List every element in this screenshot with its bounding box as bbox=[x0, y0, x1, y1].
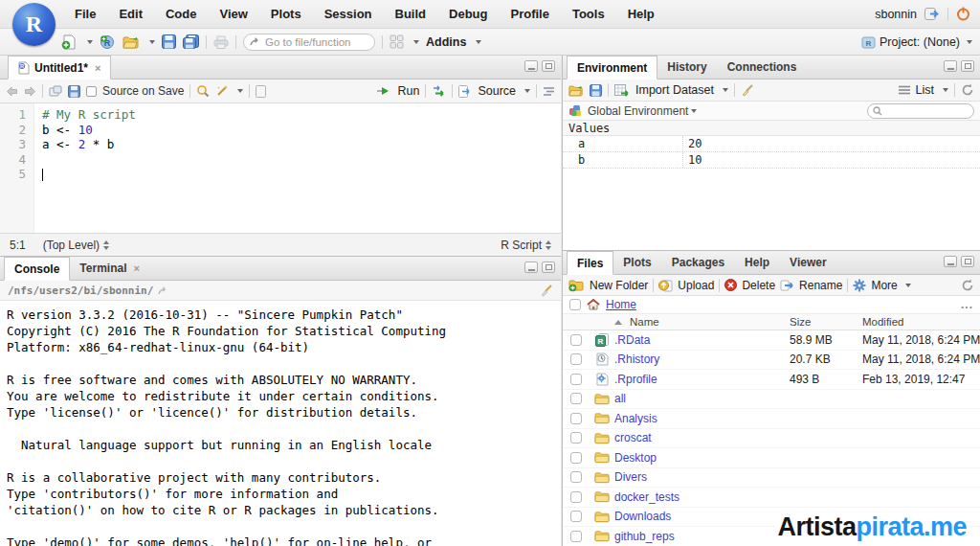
path-ellipsis-button[interactable]: ... bbox=[961, 298, 973, 311]
clear-console-icon[interactable] bbox=[540, 284, 553, 297]
refresh-icon[interactable] bbox=[961, 279, 974, 292]
menu-item-file[interactable]: File bbox=[63, 7, 107, 21]
project-selector[interactable]: R Project: (None) bbox=[861, 35, 980, 49]
menu-item-edit[interactable]: Edit bbox=[107, 7, 154, 21]
save-icon[interactable] bbox=[68, 85, 80, 98]
tab-environment[interactable]: Environment bbox=[567, 56, 657, 80]
file-checkbox[interactable] bbox=[570, 511, 582, 522]
menu-item-help[interactable]: Help bbox=[616, 7, 666, 21]
file-name-link[interactable]: Analysis bbox=[614, 412, 657, 425]
save-icon[interactable] bbox=[162, 34, 176, 49]
tab-packages[interactable]: Packages bbox=[662, 251, 735, 274]
run-button[interactable]: Run bbox=[397, 84, 419, 98]
menu-item-session[interactable]: Session bbox=[313, 7, 384, 21]
menu-item-view[interactable]: View bbox=[208, 7, 258, 21]
menu-item-code[interactable]: Code bbox=[154, 7, 209, 21]
source-on-save-checkbox[interactable] bbox=[86, 86, 97, 97]
file-name-link[interactable]: .Rprofile bbox=[614, 373, 657, 386]
quit-session-icon[interactable] bbox=[956, 7, 970, 21]
code-line[interactable]: b <- 10 bbox=[42, 123, 136, 138]
source-file-icon[interactable] bbox=[458, 85, 472, 98]
file-name-link[interactable]: .RData bbox=[614, 333, 650, 347]
column-header-size[interactable]: Size bbox=[790, 316, 862, 328]
compile-report-icon[interactable] bbox=[256, 85, 266, 98]
chevron-down-icon[interactable] bbox=[237, 89, 243, 93]
addins-grid-icon[interactable] bbox=[390, 34, 404, 49]
code-line[interactable]: a <- 2 * b bbox=[42, 137, 136, 152]
import-dataset-icon[interactable] bbox=[614, 84, 630, 97]
console-output[interactable]: R version 3.3.2 (2016-10-31) -- "Sincere… bbox=[0, 301, 561, 546]
file-checkbox[interactable] bbox=[570, 393, 582, 404]
close-icon[interactable]: × bbox=[133, 262, 139, 274]
file-name-link[interactable]: Downloads bbox=[614, 510, 671, 523]
environment-search[interactable] bbox=[867, 103, 974, 119]
file-row[interactable]: .Rprofile493 BFeb 13, 2019, 12:47 bbox=[563, 370, 980, 390]
tab-viewer[interactable]: Viewer bbox=[780, 251, 836, 274]
environment-scope-selector[interactable]: Global Environment bbox=[588, 104, 697, 118]
chevron-down-icon[interactable] bbox=[905, 284, 911, 287]
menu-item-plots[interactable]: Plots bbox=[259, 7, 313, 21]
file-checkbox[interactable] bbox=[570, 374, 582, 385]
file-name-link[interactable]: Divers bbox=[614, 470, 647, 484]
code-line[interactable]: # My R script bbox=[42, 107, 136, 123]
code-line[interactable] bbox=[42, 152, 136, 168]
tab-plots[interactable]: Plots bbox=[613, 251, 661, 274]
load-workspace-icon[interactable] bbox=[568, 84, 584, 97]
file-name-link[interactable]: docker_tests bbox=[614, 490, 679, 504]
file-checkbox[interactable] bbox=[570, 353, 582, 365]
file-row[interactable]: Divers bbox=[563, 468, 980, 489]
open-file-icon[interactable] bbox=[122, 35, 140, 49]
goto-file-search[interactable] bbox=[243, 34, 375, 51]
chevron-down-icon[interactable] bbox=[524, 89, 530, 93]
save-all-icon[interactable] bbox=[183, 34, 199, 49]
new-folder-button[interactable]: New Folder bbox=[590, 279, 648, 292]
scope-selector[interactable]: (Top Level) bbox=[43, 239, 109, 252]
source-button[interactable]: Source bbox=[478, 84, 516, 98]
code-line[interactable] bbox=[42, 167, 136, 182]
file-name-link[interactable]: Desktop bbox=[614, 451, 657, 465]
column-header-name[interactable]: Name bbox=[614, 316, 790, 328]
list-view-icon[interactable] bbox=[899, 85, 910, 95]
chevron-down-icon[interactable] bbox=[413, 40, 419, 44]
rerun-icon[interactable] bbox=[432, 85, 446, 97]
rename-icon[interactable] bbox=[780, 280, 794, 291]
menu-item-build[interactable]: Build bbox=[384, 7, 438, 21]
code-editor[interactable]: 12345 # My R scriptb <- 10a <- 2 * b bbox=[0, 103, 561, 233]
upload-button[interactable]: Upload bbox=[678, 279, 714, 292]
tab-terminal[interactable]: Terminal × bbox=[70, 257, 150, 280]
addins-button[interactable]: Addins bbox=[426, 35, 466, 49]
run-icon[interactable] bbox=[376, 86, 391, 96]
new-file-icon[interactable] bbox=[61, 34, 78, 50]
code-tools-wand-icon[interactable] bbox=[215, 84, 229, 98]
menu-item-profile[interactable]: Profile bbox=[499, 7, 560, 21]
breadcrumb-home-link[interactable]: Home bbox=[606, 298, 636, 311]
chevron-down-icon[interactable] bbox=[87, 40, 93, 44]
file-name-link[interactable]: croscat bbox=[614, 431, 652, 444]
save-workspace-icon[interactable] bbox=[590, 84, 602, 97]
file-row[interactable]: croscat bbox=[563, 429, 980, 449]
environment-search-input[interactable] bbox=[885, 105, 969, 117]
maximize-pane-icon[interactable] bbox=[542, 262, 555, 273]
file-checkbox[interactable] bbox=[570, 413, 582, 424]
file-checkbox[interactable] bbox=[570, 432, 582, 444]
rename-button[interactable]: Rename bbox=[799, 279, 842, 292]
maximize-pane-icon[interactable] bbox=[542, 60, 555, 72]
menu-item-debug[interactable]: Debug bbox=[437, 7, 499, 21]
more-button[interactable]: More bbox=[871, 279, 897, 292]
tab-files[interactable]: Files bbox=[567, 251, 613, 275]
new-folder-icon[interactable] bbox=[568, 279, 585, 292]
find-icon[interactable] bbox=[196, 84, 210, 98]
file-row[interactable]: Desktop bbox=[563, 448, 980, 468]
minimize-pane-icon[interactable] bbox=[524, 60, 538, 72]
close-icon[interactable]: × bbox=[95, 62, 100, 74]
more-gear-icon[interactable] bbox=[853, 279, 866, 292]
maximize-pane-icon[interactable] bbox=[961, 256, 974, 267]
tab-connections[interactable]: Connections bbox=[718, 56, 808, 79]
file-row[interactable]: Analysis bbox=[563, 409, 980, 429]
new-project-icon[interactable]: R bbox=[100, 34, 116, 50]
show-in-new-window-icon[interactable] bbox=[49, 85, 62, 97]
file-row[interactable]: docker_tests bbox=[563, 488, 980, 508]
file-checkbox[interactable] bbox=[570, 491, 582, 503]
chevron-down-icon[interactable] bbox=[149, 40, 155, 44]
document-outline-icon[interactable] bbox=[543, 86, 555, 97]
